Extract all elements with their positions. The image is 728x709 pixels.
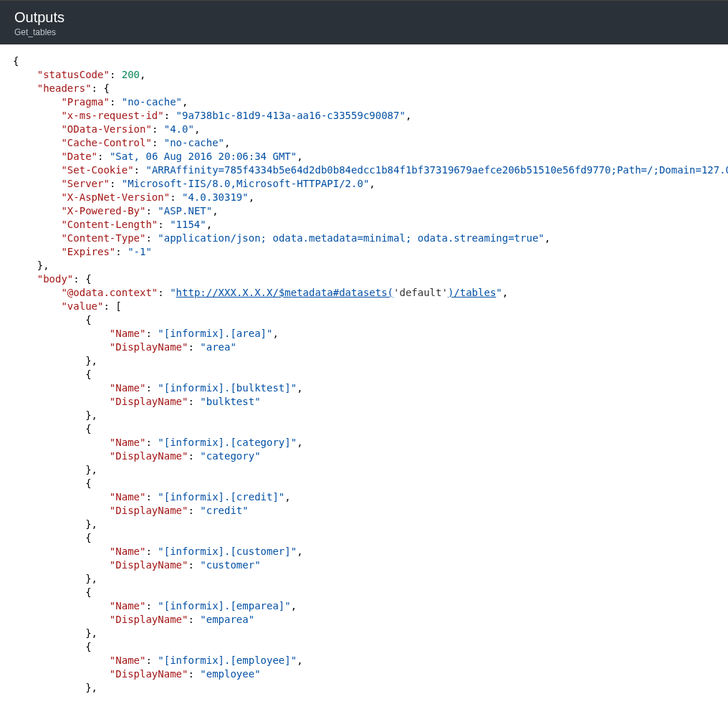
panel-subtitle: Get_tables [14,27,714,37]
json-output: { "statusCode": 200, "headers": { "Pragm… [0,44,728,705]
outputs-header: Outputs Get_tables [0,0,728,44]
panel-title: Outputs [14,9,714,26]
